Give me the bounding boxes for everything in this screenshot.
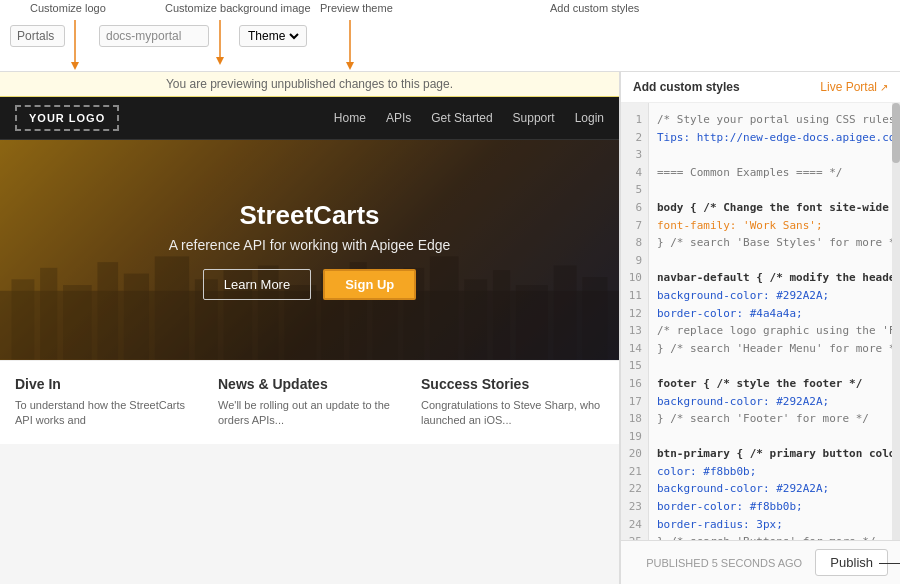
nav-apis[interactable]: APIs [386,111,411,125]
portal-col-1: Dive In To understand how the StreetCart… [15,376,198,429]
hero-title: StreetCarts [169,200,451,231]
code-content: /* Style your portal using CSS rulesTips… [649,103,900,540]
portal-preview: YOUR LOGO Home APIs Get Started Support … [0,97,619,444]
add-custom-styles-label-top: Add custom styles [550,2,639,14]
publish-theme-annotation: Publish theme [879,556,900,570]
preview-theme-label-top: Preview theme [320,2,393,14]
col3-text: Congratulations to Steve Sharp, who laun… [421,398,604,429]
theme-select-wrap[interactable]: Theme Light Dark [239,25,307,47]
main-area: You are previewing unpublished changes t… [0,72,900,584]
customize-bg-section: Customize background image Theme Light D… [239,25,307,47]
panel-footer: PUBLISHED 5 SECONDS AGO Publish [621,540,900,584]
docs-input[interactable]: docs-myportal [99,25,209,47]
customize-logo-section: Customize logo [10,25,65,47]
css-editor[interactable]: 1234567891011121314151617181920212223242… [621,103,900,540]
col2-text: We'll be rolling out an update to the or… [218,398,401,429]
line-numbers: 1234567891011121314151617181920212223242… [621,103,649,540]
notice-text: You are previewing unpublished changes t… [166,77,453,91]
portal-logo: YOUR LOGO [15,105,119,131]
live-portal-label: Live Portal [820,80,877,94]
notice-bar: You are previewing unpublished changes t… [0,72,619,97]
scrollbar-thumb[interactable] [892,103,900,163]
portal-col-3: Success Stories Congratulations to Steve… [421,376,604,429]
toolbar: Customize logo docs-myportal Customize b… [0,0,900,72]
col3-title: Success Stories [421,376,604,392]
portals-input[interactable] [10,25,65,47]
css-panel-header: Add custom styles Live Portal ↗ [621,72,900,103]
nav-links: Home APIs Get Started Support Login [334,111,604,125]
scrollbar-track[interactable] [892,103,900,540]
nav-login[interactable]: Login [575,111,604,125]
nav-support[interactable]: Support [513,111,555,125]
customize-bg-label-top: Customize background image [165,2,311,14]
hero-section: StreetCarts A reference API for working … [0,140,619,360]
hero-subtitle: A reference API for working with Apigee … [169,237,451,253]
svg-marker-3 [216,57,224,65]
portal-col-2: News & Updates We'll be rolling out an u… [218,376,401,429]
col1-title: Dive In [15,376,198,392]
portal-bottom-section: Dive In To understand how the StreetCart… [0,360,619,444]
published-text: PUBLISHED 5 SECONDS AGO [633,557,815,569]
svg-marker-5 [346,62,354,70]
portal-nav: YOUR LOGO Home APIs Get Started Support … [0,97,619,140]
hero-content: StreetCarts A reference API for working … [169,200,451,300]
learn-more-button[interactable]: Learn More [203,269,311,300]
sign-up-button[interactable]: Sign Up [323,269,416,300]
css-panel-title: Add custom styles [633,80,740,94]
svg-marker-1 [71,62,79,70]
external-link-icon: ↗ [880,82,888,93]
annotation-line [879,563,900,564]
nav-get-started[interactable]: Get Started [431,111,492,125]
col2-title: News & Updates [218,376,401,392]
theme-select[interactable]: Theme Light Dark [244,28,302,44]
preview-pane: You are previewing unpublished changes t… [0,72,620,584]
publish-button[interactable]: Publish [815,549,888,576]
customize-logo-label-top: Customize logo [30,2,106,14]
live-portal-link[interactable]: Live Portal ↗ [820,80,888,94]
hero-buttons: Learn More Sign Up [169,269,451,300]
css-editor-inner: 1234567891011121314151617181920212223242… [621,103,900,540]
css-panel: Add custom styles Live Portal ↗ 12345678… [620,72,900,584]
col1-text: To understand how the StreetCarts API wo… [15,398,198,429]
nav-home[interactable]: Home [334,111,366,125]
